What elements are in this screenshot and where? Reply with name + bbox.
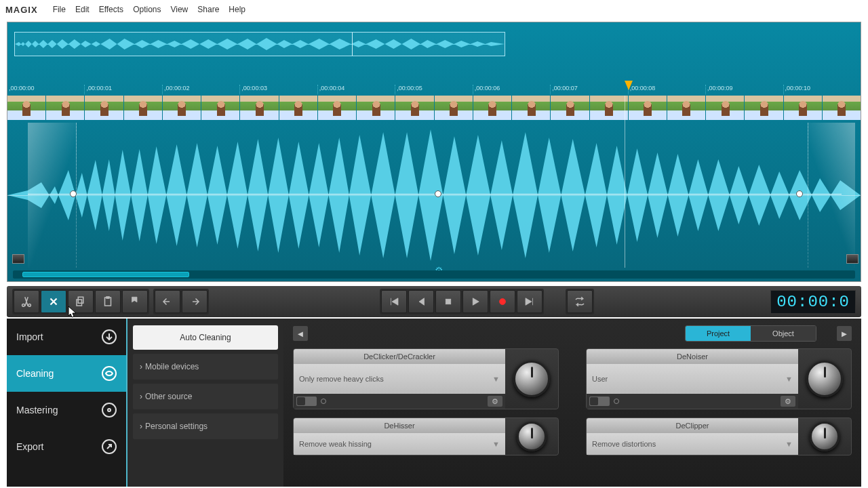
effect-preset-label: Remove weak hissing (299, 440, 372, 448)
tab-project[interactable]: Project (686, 326, 751, 341)
video-thumb[interactable] (823, 96, 861, 120)
video-thumb[interactable] (395, 96, 433, 120)
ruler-tick: ,00:00:06 (473, 85, 550, 94)
tab-object[interactable]: Object (751, 326, 816, 341)
volume-handle[interactable] (435, 190, 441, 197)
redo-button[interactable] (182, 290, 208, 313)
overview-selection[interactable] (14, 32, 505, 56)
sidebar-item-import[interactable]: Import (7, 319, 126, 355)
fade-out-region[interactable] (808, 123, 855, 268)
effect-knob[interactable] (505, 418, 558, 455)
effect-settings-button[interactable]: ⚙ (781, 396, 795, 407)
video-thumb[interactable] (667, 96, 705, 120)
record-button[interactable] (490, 290, 515, 313)
timeline-scrollbar[interactable] (13, 270, 855, 279)
menu-options[interactable]: Options (133, 5, 161, 14)
cut-button[interactable] (14, 290, 39, 313)
copy-button[interactable] (68, 290, 94, 313)
sidebar-item-cleaning[interactable]: Cleaning (7, 355, 126, 392)
workflow-sidebar: Import Cleaning Mastering Export (7, 319, 127, 487)
prev-button[interactable] (408, 290, 434, 313)
fade-out-handle[interactable] (846, 254, 859, 264)
menu-edit[interactable]: Edit (75, 5, 90, 14)
skip-end-button[interactable] (517, 290, 542, 313)
menu-share[interactable]: Share (197, 5, 219, 14)
effects-prev-button[interactable]: ◄ (293, 326, 308, 341)
effect-toggle[interactable] (589, 396, 610, 406)
video-thumb[interactable] (318, 96, 356, 120)
sublist-other-source[interactable]: ›Other source (133, 384, 278, 409)
timecode-display: 00:00:0 (770, 290, 856, 314)
effect-title: DeClipper (587, 418, 798, 433)
video-thumb[interactable] (435, 96, 473, 120)
video-thumb[interactable] (590, 96, 628, 120)
video-thumb[interactable] (706, 96, 744, 120)
cleaning-icon (102, 366, 117, 381)
effect-preset-dropdown[interactable]: User ▼ (587, 364, 798, 394)
video-thumb[interactable] (163, 96, 201, 120)
video-thumb[interactable] (629, 96, 667, 120)
effect-knob[interactable] (798, 349, 851, 409)
volume-handle[interactable] (796, 190, 803, 197)
svg-point-7 (500, 299, 506, 305)
effects-next-button[interactable]: ► (837, 326, 852, 341)
marker-button[interactable] (122, 290, 148, 313)
video-thumb[interactable] (46, 96, 84, 120)
video-thumb-strip[interactable] (7, 96, 861, 120)
effect-preset-dropdown[interactable]: Only remove heavy clicks ▼ (294, 364, 505, 394)
video-thumb[interactable] (473, 96, 511, 120)
video-thumb[interactable] (551, 96, 589, 120)
effect-knob[interactable] (505, 349, 558, 409)
time-ruler[interactable]: ,00:00:00 ,00:00:01 ,00:00:02 ,00:00:03 … (7, 85, 861, 94)
fade-in-region[interactable] (28, 123, 77, 268)
video-thumb[interactable] (85, 96, 123, 120)
paste-button[interactable] (95, 290, 121, 313)
overview-strip[interactable] (14, 28, 854, 64)
sidebar-item-label: Cleaning (16, 368, 54, 379)
video-thumb[interactable] (745, 96, 783, 120)
effect-knob[interactable] (798, 418, 851, 455)
sublist-label: Personal settings (145, 422, 208, 431)
effect-preset-dropdown[interactable]: Remove distortions ▼ (587, 433, 798, 455)
menu-file[interactable]: File (53, 5, 66, 14)
video-thumb[interactable] (124, 96, 162, 120)
playhead-line[interactable] (625, 96, 625, 268)
sublist-personal-settings[interactable]: ›Personal settings (133, 413, 278, 439)
video-thumb[interactable] (240, 96, 278, 120)
video-thumb[interactable] (512, 96, 550, 120)
skip-start-button[interactable] (381, 290, 407, 313)
fade-in-handle[interactable] (12, 254, 24, 264)
video-thumb[interactable] (7, 96, 45, 120)
split-button[interactable] (41, 290, 66, 313)
effect-toggle[interactable] (296, 396, 317, 406)
video-thumb[interactable] (357, 96, 395, 120)
ruler-tick: ,00:00:00 (7, 85, 84, 94)
undo-button[interactable] (155, 290, 180, 313)
effect-settings-button[interactable]: ⚙ (488, 396, 502, 407)
sidebar-item-mastering[interactable]: Mastering (7, 392, 126, 428)
ruler-tick: ,00:00:10 (783, 85, 861, 94)
overview-playhead[interactable] (352, 33, 353, 56)
video-thumb[interactable] (784, 96, 822, 120)
sidebar-item-export[interactable]: Export (7, 428, 126, 465)
auto-cleaning-button[interactable]: Auto Cleaning (133, 325, 278, 350)
play-button[interactable] (462, 290, 488, 313)
video-thumb[interactable] (201, 96, 239, 120)
ruler-tick: ,00:00:01 (84, 85, 161, 94)
effect-led-icon (321, 399, 326, 404)
effects-panel: ◄ Project Object ► DeClicker/DeCrackler … (283, 319, 861, 487)
video-thumb[interactable] (279, 96, 317, 120)
loop-button[interactable] (567, 290, 593, 313)
scrollbar-thumb[interactable] (22, 272, 189, 277)
effect-preset-dropdown[interactable]: Remove weak hissing ▼ (294, 433, 505, 455)
menu-effects[interactable]: Effects (99, 5, 123, 14)
sidebar-item-label: Mastering (16, 405, 58, 415)
volume-handle[interactable] (70, 190, 77, 197)
effects-scope-tabs: Project Object (685, 325, 816, 342)
main-waveform[interactable] (7, 123, 861, 268)
stop-button[interactable] (435, 290, 461, 313)
menu-view[interactable]: View (170, 5, 188, 14)
menu-help[interactable]: Help (229, 5, 245, 14)
sublist-mobile-devices[interactable]: ›Mobile devices (133, 354, 278, 380)
effect-card-denoiser: DeNoiser User ▼ ⚙ (586, 348, 852, 409)
